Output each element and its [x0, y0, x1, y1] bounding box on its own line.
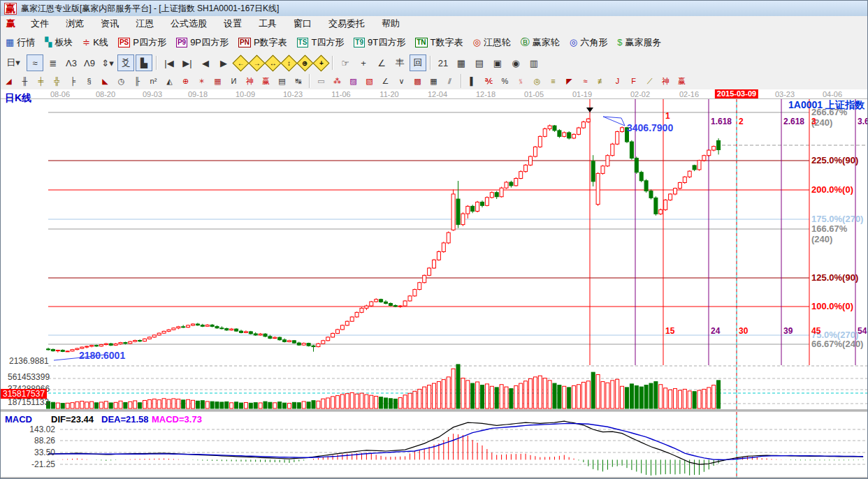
ying-slash-tool[interactable]: 赢 — [674, 74, 689, 88]
mirror-angle-tool[interactable]: ◭ — [162, 74, 177, 88]
red-pen-tool[interactable]: ◣ — [98, 74, 113, 88]
circle-cross-tool[interactable]: ⊕ — [178, 74, 193, 88]
zoom-v-button[interactable]: ↕ — [280, 54, 297, 71]
tools-toolbar: 日▾≈≣Λ3Λ9⇕▾爻▙|◀▶|◀▶←→↔↕⊕+☞+∠丰回21▦▤▣◉▥ — [1, 53, 868, 73]
pan-right-button[interactable]: → — [248, 54, 265, 71]
period-day-dropdown[interactable]: 日▾ — [1, 54, 25, 71]
t-square-button[interactable]: TST四方形 — [294, 35, 348, 50]
wave3-button[interactable]: Λ3 — [63, 54, 80, 71]
gann-pattern-button[interactable]: 爻 — [117, 54, 134, 71]
prev-page-button[interactable]: ◀ — [197, 54, 214, 71]
price-ruler-tool[interactable]: ╞ — [66, 74, 80, 88]
kline-button[interactable]: ≑K线 — [79, 35, 112, 50]
quotes-button-label: 行情 — [17, 36, 35, 49]
column-stat-tool[interactable]: ▌ — [465, 74, 480, 88]
crosshair-button[interactable]: + — [355, 54, 372, 71]
trend-overlay-button[interactable]: ≈ — [27, 54, 43, 71]
ruler123-tool[interactable]: ▤ — [275, 74, 289, 88]
percent-tool[interactable]: % — [498, 74, 512, 88]
golden-circle-tool[interactable]: ◎ — [530, 74, 544, 88]
menu-item-10[interactable]: 帮助 — [373, 16, 408, 31]
time-circle-tool[interactable]: ◷ — [114, 74, 129, 88]
browser-button[interactable]: ◉ — [507, 54, 524, 71]
zigzag-tool[interactable]: ∨ — [394, 74, 409, 88]
menu-item-1[interactable]: 文件 — [22, 16, 57, 31]
menu-item-9[interactable]: 交易委托 — [320, 16, 373, 31]
trend-angle-tool[interactable]: ∠ — [378, 74, 393, 88]
gann-wheel-button[interactable]: ◎江恩轮 — [469, 35, 514, 50]
gann-grid-tool[interactable]: ╫ — [17, 74, 32, 88]
first-page-button[interactable]: |◀ — [161, 54, 178, 71]
marker-pen-tool[interactable]: ◤ — [562, 74, 577, 88]
volume-profile-button[interactable]: ▙ — [136, 54, 152, 71]
grid-dark-tool[interactable]: ▦ — [426, 74, 441, 88]
menu-item-3[interactable]: 资讯 — [92, 16, 127, 31]
fan-box-tool[interactable]: ▨ — [346, 74, 361, 88]
net-grid-tool[interactable]: ▦ — [210, 74, 225, 88]
9t-square-button[interactable]: T99T四方形 — [350, 35, 409, 50]
span-arrow-tool[interactable]: ↹ — [291, 74, 305, 88]
ying-tool[interactable]: 赢 — [259, 74, 273, 88]
selected-date-label: 2015-03-09 — [715, 89, 758, 98]
gann-shape-button[interactable]: 丰 — [391, 54, 408, 71]
star-grid-tool[interactable]: ✶ — [194, 74, 209, 88]
box-select-tool[interactable]: ▭ — [314, 74, 328, 88]
winner-wheel-button[interactable]: Ⓑ赢家轮 — [517, 35, 563, 50]
golden-grid2-tool[interactable]: ╬ — [50, 74, 64, 88]
calculator-button[interactable]: ▦ — [453, 54, 470, 71]
hexagon-button[interactable]: ◎六角形 — [566, 35, 611, 50]
menu-item-5[interactable]: 公式选股 — [162, 16, 215, 31]
golden-line-tool[interactable]: ≡ — [546, 74, 560, 88]
next-page-button[interactable]: ▶ — [215, 54, 232, 71]
shen-slash-tool[interactable]: 神 — [658, 74, 673, 88]
time-comb-tool[interactable]: ╟ — [130, 74, 145, 88]
menu-item-4[interactable]: 江恩 — [127, 16, 162, 31]
j-line-tool[interactable]: J — [610, 74, 625, 88]
shen-tool[interactable]: 神 — [243, 74, 257, 88]
zoom-h-button[interactable]: ↔ — [264, 54, 281, 71]
skip-start-icon: |◀ — [164, 58, 173, 68]
p-number-table-button[interactable]: PNP数字表 — [235, 35, 291, 50]
golden-grid-tool[interactable]: ╪ — [34, 74, 48, 88]
title-bar[interactable]: 赢 赢家江恩专业版[赢家内部服务平台] - [上证指数 SH1A0001-167… — [1, 1, 868, 17]
brain-button[interactable]: 回 — [410, 54, 426, 71]
wave-band-tool[interactable]: ≈ — [578, 74, 593, 88]
wave9-button[interactable]: Λ9 — [81, 54, 98, 71]
fan-lines-tool[interactable]: ▧ — [362, 74, 377, 88]
hand-tool-button[interactable]: ☞ — [337, 54, 354, 71]
save-button[interactable]: ▣ — [489, 54, 506, 71]
f-line-tool[interactable]: F — [626, 74, 641, 88]
t-number-table-button[interactable]: TNT数字表 — [412, 35, 466, 50]
memo-button[interactable]: ▤ — [471, 54, 488, 71]
menu-item-8[interactable]: 窗口 — [285, 16, 320, 31]
sectors-button[interactable]: ▚板块 — [41, 35, 76, 50]
candle-style-dropdown[interactable]: ⇕▾ — [99, 54, 116, 71]
winner-service-button[interactable]: $赢家服务 — [614, 35, 665, 50]
pan-left-button[interactable]: ← — [232, 54, 249, 71]
percent-line-tool[interactable]: ﹪ — [514, 74, 528, 88]
menu-item-7[interactable]: 工具 — [250, 16, 285, 31]
red-brush-tool[interactable]: ◢ — [1, 74, 16, 88]
ray-fan-tool[interactable]: ⁂ — [330, 74, 345, 88]
9p-square-button[interactable]: P99P四方形 — [173, 35, 232, 50]
quotes-button[interactable]: ▦行情 — [2, 35, 38, 50]
zoom-fit-button[interactable]: + — [312, 54, 329, 71]
spiral-tool[interactable]: § — [82, 74, 96, 88]
grid-red-tool[interactable]: ▩ — [410, 74, 425, 88]
workstation-button[interactable]: ▥ — [526, 54, 542, 71]
golden-angle-tool[interactable]: ≢ — [594, 74, 609, 88]
retrace-percent-tool[interactable]: ℀ — [482, 74, 496, 88]
menu-item-6[interactable]: 设置 — [215, 16, 250, 31]
calendar21-button[interactable]: 21 — [435, 54, 451, 71]
angle-tool-button[interactable]: ∠ — [373, 54, 390, 71]
menu-item-2[interactable]: 浏览 — [57, 16, 92, 31]
last-page-button[interactable]: ▶| — [179, 54, 196, 71]
parallel-tool[interactable]: ⫽ — [442, 74, 457, 88]
wave-mark-tool[interactable]: И — [226, 74, 241, 88]
zoom-all-button[interactable]: ⊕ — [296, 54, 313, 71]
p-square-button[interactable]: PSP四方形 — [115, 35, 170, 50]
info-list-button[interactable]: ≣ — [45, 54, 62, 71]
gann-vline-bottom-label: 24 — [711, 326, 720, 336]
n-square-tool[interactable]: n² — [146, 74, 161, 88]
golden-slash-tool[interactable]: ⟋ — [642, 74, 657, 88]
